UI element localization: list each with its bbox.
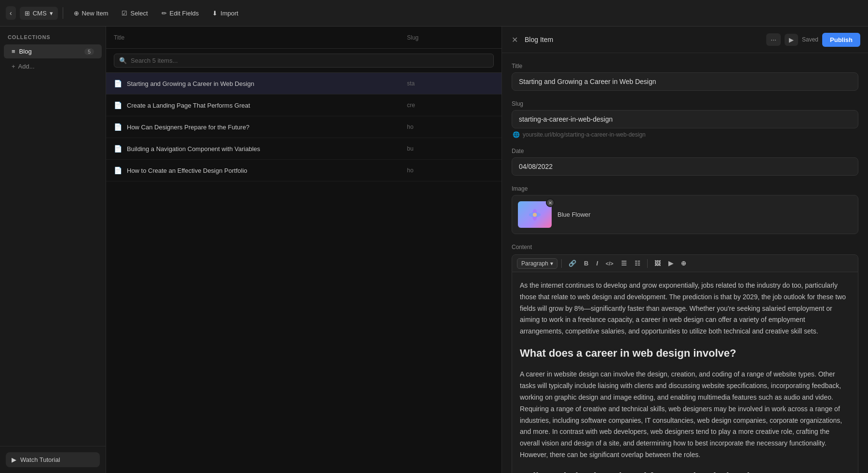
sidebar-item-count: 5 [84, 48, 94, 55]
sidebar: Collections ≡ Blog 5 + Add... ▶ Watch Tu… [0, 27, 106, 473]
item-doc-icon: 📄 [114, 101, 122, 109]
editor-close-button[interactable]: ✕ [510, 33, 520, 46]
item-doc-icon: 📄 [114, 167, 122, 174]
import-label: Import [220, 10, 238, 17]
item-title: Starting and Growing a Career in Web Des… [127, 80, 407, 87]
header-title: Title [114, 34, 407, 41]
image-name: Blue Flower [557, 211, 591, 218]
item-slug: ho [407, 167, 494, 174]
content-paragraph-2: A career in website design can involve t… [520, 369, 850, 460]
publish-button[interactable]: Publish [822, 33, 860, 47]
list-item[interactable]: 📄 Create a Landing Page That Performs Gr… [106, 95, 502, 116]
item-doc-icon: 📄 [114, 123, 122, 131]
sidebar-item-blog[interactable]: ≡ Blog 5 [4, 44, 102, 58]
content-toolbar: Paragraph ▾ 🔗 B I </> ☰ ☷ 🖼 ▶ ⊕ [512, 254, 858, 272]
item-slug: cre [407, 102, 494, 109]
search-input[interactable] [131, 57, 488, 64]
flower-svg [528, 205, 542, 224]
image-field-group: Image ✕ Blue [512, 185, 858, 234]
content-paragraph-1: As the internet continues to develop and… [520, 280, 850, 337]
content-heading-1: What does a career in web design involve… [520, 344, 850, 362]
sidebar-section-title: Collections [0, 27, 106, 44]
edit-fields-label: Edit Fields [170, 10, 199, 17]
image-field: ✕ Blue Flower [512, 195, 858, 234]
edit-fields-icon: ✏ [162, 10, 167, 17]
cms-badge[interactable]: ⊞ CMS ▾ [20, 7, 58, 20]
item-title: How Can Designers Prepare for the Future… [127, 124, 407, 131]
date-input[interactable] [512, 157, 858, 176]
bold-button[interactable]: B [581, 258, 591, 269]
url-text: yoursite.url/blog/starting-a-career-in-w… [523, 131, 646, 138]
add-collection-button[interactable]: + Add... [4, 59, 102, 73]
select-label: Select [130, 10, 148, 17]
content-heading-2: Full-stack, back-end, and front-end web … [520, 468, 850, 473]
slug-input[interactable] [512, 110, 858, 128]
editor-header: ✕ Blog Item ··· ▶ Saved Publish [502, 27, 868, 53]
search-input-wrap: 🔍 [114, 54, 494, 68]
paragraph-label: Paragraph [521, 260, 548, 267]
code-button[interactable]: </> [603, 259, 616, 268]
insert-image-button[interactable]: 🖼 [651, 258, 664, 269]
new-item-button[interactable]: ⊕ New Item [68, 7, 114, 20]
watch-tutorial-label: Watch Tutorial [20, 456, 60, 463]
back-button[interactable]: ‹ [6, 6, 16, 20]
list-header: Title Slug [106, 27, 502, 49]
watch-tutorial-button[interactable]: ▶ Watch Tutorial [6, 452, 100, 467]
search-bar: 🔍 [106, 49, 502, 73]
content-body[interactable]: As the internet continues to develop and… [512, 272, 858, 473]
blog-icon: ≡ [12, 48, 15, 55]
content-label: Content [512, 244, 858, 250]
preview-button[interactable]: ▶ [785, 34, 798, 46]
title-label: Title [512, 63, 858, 70]
insert-video-button[interactable]: ▶ [665, 258, 676, 269]
item-slug: sta [407, 80, 494, 87]
title-input[interactable] [512, 72, 858, 91]
item-title: Building a Navigation Component with Var… [127, 145, 407, 153]
globe-icon: 🌐 [513, 131, 520, 138]
sidebar-item-label: Blog [19, 48, 32, 55]
content-list: Title Slug 🔍 📄 Starting and Growing a Ca… [106, 27, 502, 473]
cms-label: CMS [33, 10, 47, 17]
ordered-list-button[interactable]: ☷ [632, 258, 643, 269]
item-slug: bu [407, 145, 494, 152]
toolbar-separator-2 [647, 259, 648, 268]
paragraph-select[interactable]: Paragraph ▾ [517, 258, 557, 269]
link-button[interactable]: 🔗 [566, 258, 579, 269]
play-icon: ▶ [12, 456, 16, 463]
import-button[interactable]: ⬇ Import [206, 7, 244, 20]
date-label: Date [512, 148, 858, 154]
slug-field-group: Slug 🌐 yoursite.url/blog/starting-a-care… [512, 100, 858, 138]
date-field-group: Date [512, 148, 858, 176]
list-item[interactable]: 📄 How Can Designers Prepare for the Futu… [106, 116, 502, 138]
slug-label: Slug [512, 100, 858, 107]
item-doc-icon: 📄 [114, 80, 122, 87]
list-item[interactable]: 📄 Building a Navigation Component with V… [106, 138, 502, 160]
list-item[interactable]: 📄 How to Create an Effective Design Port… [106, 160, 502, 181]
item-title: Create a Landing Page That Performs Grea… [127, 102, 407, 109]
more-options-button[interactable]: ··· [766, 33, 781, 46]
new-item-icon: ⊕ [74, 10, 79, 17]
bullet-list-button[interactable]: ☰ [618, 258, 630, 269]
remove-icon: ✕ [548, 200, 552, 206]
toolbar-divider [63, 7, 63, 19]
italic-button[interactable]: I [593, 258, 601, 269]
item-title: How to Create an Effective Design Portfo… [127, 167, 407, 174]
cms-chevron-icon: ▾ [50, 10, 53, 17]
content-field-group: Content Paragraph ▾ 🔗 B I </> ☰ ☷ 🖼 ▶ [512, 244, 858, 473]
item-doc-icon: 📄 [114, 145, 122, 153]
edit-fields-button[interactable]: ✏ Edit Fields [156, 7, 205, 20]
select-button[interactable]: ☑ Select [116, 7, 153, 20]
image-remove-button[interactable]: ✕ [546, 198, 555, 207]
top-toolbar: ‹ ⊞ CMS ▾ ⊕ New Item ☑ Select ✏ Edit Fie… [0, 0, 868, 27]
import-icon: ⬇ [212, 10, 217, 17]
new-item-label: New Item [82, 10, 108, 17]
editor-panel: ✕ Blog Item ··· ▶ Saved Publish Title Sl… [502, 27, 868, 473]
image-thumb-wrap: ✕ [518, 201, 552, 228]
list-item[interactable]: 📄 Starting and Growing a Career in Web D… [106, 73, 502, 95]
title-field-group: Title [512, 63, 858, 91]
header-slug: Slug [407, 34, 494, 41]
image-label: Image [512, 185, 858, 192]
url-preview: 🌐 yoursite.url/blog/starting-a-career-in… [512, 131, 858, 138]
insert-more-button[interactable]: ⊕ [678, 258, 689, 269]
list-items: 📄 Starting and Growing a Career in Web D… [106, 73, 502, 473]
